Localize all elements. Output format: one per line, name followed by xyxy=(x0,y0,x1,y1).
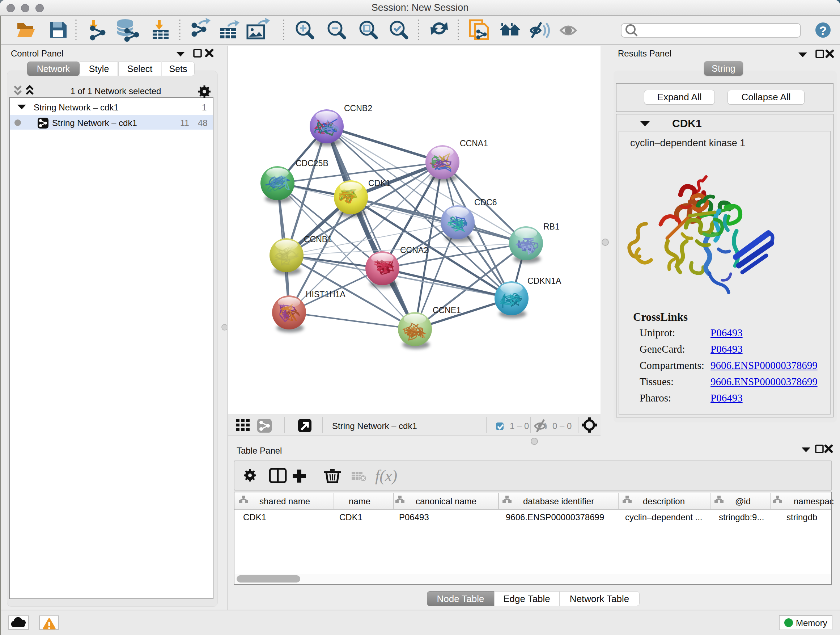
svg-text:CDC25B: CDC25B xyxy=(295,158,328,168)
svg-text:?: ? xyxy=(819,24,827,37)
svg-text:CCNB1: CCNB1 xyxy=(304,234,332,244)
svg-text:CDC6: CDC6 xyxy=(474,198,497,207)
svg-text:CCNA1: CCNA1 xyxy=(460,139,488,148)
svg-text:f(x): f(x) xyxy=(375,467,397,485)
svg-text:HIST1H1A: HIST1H1A xyxy=(306,290,346,299)
svg-text:CCNA2: CCNA2 xyxy=(400,245,428,255)
svg-text:RB1: RB1 xyxy=(543,222,560,231)
svg-text:CCNE1: CCNE1 xyxy=(433,306,461,315)
svg-text:CDKN1A: CDKN1A xyxy=(527,276,561,286)
svg-text:CDK1: CDK1 xyxy=(368,179,390,188)
svg-text:CCNB2: CCNB2 xyxy=(344,103,372,113)
